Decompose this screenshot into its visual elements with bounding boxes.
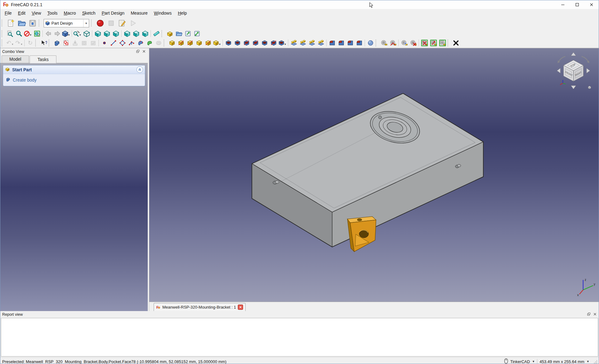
measure-linear-button[interactable] [379, 39, 388, 47]
view-left-button[interactable] [141, 30, 150, 38]
thickness-button[interactable] [355, 39, 364, 47]
redo-button[interactable]: ↷▾ [14, 39, 23, 47]
create-sketch-button[interactable] [61, 39, 70, 47]
tab-tasks[interactable]: Tasks [30, 55, 56, 63]
additive-pipe-button[interactable] [185, 39, 194, 47]
mirrored-button[interactable] [289, 39, 298, 47]
subtractive-loft-button[interactable] [260, 39, 269, 47]
additive-helix-button[interactable] [204, 39, 213, 47]
combo-view-float-button[interactable] [136, 50, 140, 54]
whats-this-button[interactable]: ? [39, 39, 48, 47]
create-group-button[interactable] [174, 30, 183, 38]
make-sub-link-button[interactable] [192, 30, 201, 38]
menu-help[interactable]: Help [175, 10, 190, 17]
toolbar-grip[interactable] [35, 40, 38, 46]
create-face-button[interactable] [145, 39, 154, 47]
workbench-dropdown-icon[interactable]: ▾ [83, 19, 89, 27]
make-link-button[interactable] [183, 30, 192, 38]
view-front-button[interactable] [93, 30, 102, 38]
menu-view[interactable]: View [29, 10, 44, 17]
menu-part-design[interactable]: Part Design [98, 10, 127, 17]
menu-file[interactable]: File [2, 10, 15, 17]
toolbar-grip[interactable] [161, 30, 164, 37]
pocket-button[interactable] [224, 39, 233, 47]
toggle-measurement-delta-button[interactable] [429, 39, 438, 47]
draw-style-button[interactable]: ▾ [23, 30, 32, 38]
toolbar-grip[interactable] [2, 40, 4, 46]
create-point-button[interactable] [100, 39, 109, 47]
home-view-dropdown-icon[interactable]: ▾ [68, 33, 71, 36]
measure-distance-button[interactable] [152, 30, 161, 38]
view-axonometric-button[interactable] [82, 30, 91, 38]
close-button[interactable] [584, 0, 599, 9]
menu-windows[interactable]: Windows [151, 10, 175, 17]
menu-edit[interactable]: Edit [15, 10, 29, 17]
multitransform-button[interactable] [316, 39, 325, 47]
document-tab[interactable]: FMeanwell-RSP-320-Mounting-Bracket : 1 [154, 303, 246, 311]
toolbar-grip[interactable] [49, 40, 51, 46]
home-view-button[interactable]: ▾ [62, 30, 71, 38]
macro-execute-button[interactable] [127, 18, 138, 28]
refresh-button[interactable]: ↻ [26, 39, 35, 47]
boolean-operation-button[interactable] [366, 39, 375, 47]
create-body-button[interactable] [52, 39, 61, 47]
pad-button[interactable] [167, 39, 176, 47]
fit-selection-button[interactable] [14, 30, 23, 38]
macro-stop-button[interactable] [106, 18, 117, 28]
zoom-tools-button[interactable]: ▾ [73, 30, 82, 38]
edit-sketch-button[interactable] [79, 39, 89, 47]
view-bottom-button[interactable] [132, 30, 141, 38]
polar-pattern-button[interactable] [307, 39, 316, 47]
tab-model[interactable]: Model [2, 55, 29, 63]
abort-operation-button[interactable] [451, 39, 460, 47]
create-rectangle-button[interactable] [118, 39, 127, 47]
model-meanwell-bracket[interactable] [149, 48, 599, 302]
create-line-button[interactable] [109, 39, 118, 47]
macro-edit-button[interactable] [117, 18, 127, 28]
subtractive-pipe-button[interactable] [251, 39, 260, 47]
dimensions-arrow-icon[interactable]: ▼ [587, 360, 589, 363]
view-rear-button[interactable] [122, 30, 132, 38]
report-view-close-button[interactable] [593, 312, 597, 317]
menu-tools[interactable]: Tools [44, 10, 61, 17]
3d-viewport[interactable]: TOP FRONT RIGHT z y x [149, 48, 599, 302]
zoom-tools-dropdown-icon[interactable]: ▾ [79, 33, 82, 36]
subtractive-helix-button[interactable] [269, 39, 278, 47]
undo-dropdown-icon[interactable]: ▾ [12, 43, 14, 46]
linear-pattern-button[interactable] [298, 39, 307, 47]
open-file-button[interactable] [16, 18, 27, 28]
map-sketch-to-face-button[interactable] [70, 39, 79, 47]
nav-back-button[interactable] [44, 30, 53, 38]
toolbar-grip[interactable] [448, 40, 450, 46]
menu-macro[interactable]: Macro [61, 10, 79, 17]
create-bspline-button[interactable] [136, 39, 145, 47]
validate-sketch-button[interactable] [89, 39, 98, 47]
chamfer-button[interactable] [337, 39, 346, 47]
toolbar-grip[interactable] [2, 30, 4, 37]
toolbar-grip[interactable] [39, 20, 41, 26]
menu-sketch[interactable]: Sketch [79, 10, 98, 17]
navigation-style-selector[interactable]: TinkerCAD [510, 359, 530, 364]
navigation-style-arrow-icon[interactable]: ▼ [532, 360, 535, 363]
create-body-action[interactable]: Create body [3, 74, 145, 86]
additive-box-button[interactable]: ▾ [213, 39, 222, 47]
minimize-button[interactable] [556, 0, 570, 9]
measure-refresh-button[interactable] [400, 39, 409, 47]
groove-button[interactable] [242, 39, 251, 47]
fillet-button[interactable] [328, 39, 337, 47]
carbon-copy-button[interactable] [154, 39, 163, 47]
create-polyline-button[interactable] [127, 39, 136, 47]
revolution-button[interactable] [176, 39, 185, 47]
additive-box-dropdown-icon[interactable]: ▾ [219, 43, 222, 46]
toolbar-grip[interactable] [2, 20, 4, 26]
menu-measure[interactable]: Measure [127, 10, 151, 17]
nav-forward-button[interactable] [53, 30, 62, 38]
toolbar-grip[interactable] [164, 40, 166, 46]
maximize-button[interactable] [570, 0, 584, 9]
subtractive-box-dropdown-icon[interactable]: ▾ [285, 43, 287, 46]
save-file-button[interactable] [27, 18, 38, 28]
fit-all-button[interactable] [5, 30, 14, 38]
redo-dropdown-icon[interactable]: ▾ [21, 43, 23, 46]
new-file-button[interactable] [5, 18, 16, 28]
task-section-header[interactable]: Start Part [3, 65, 145, 74]
